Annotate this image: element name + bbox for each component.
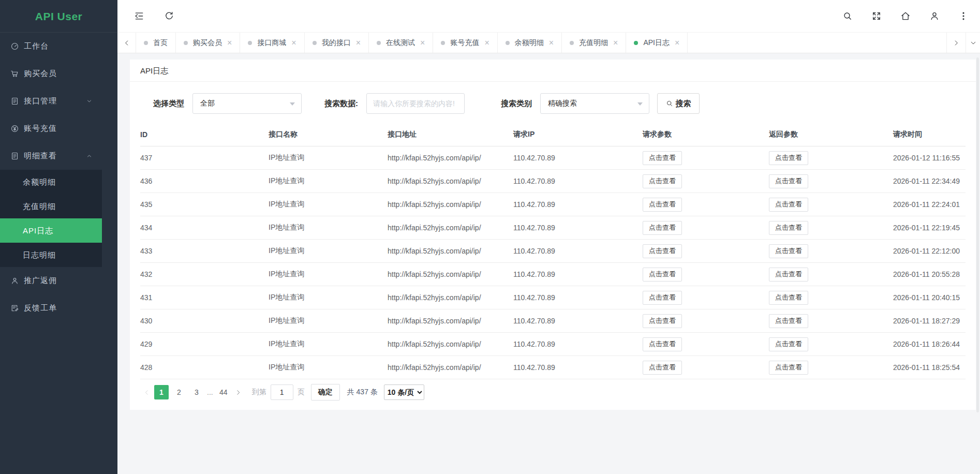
tab-item-8[interactable]: API日志× (626, 33, 688, 53)
view-request-params-button[interactable]: 点击查看 (643, 174, 682, 188)
view-response-params-button[interactable]: 点击查看 (769, 268, 808, 282)
total-count: 共 437 条 (347, 388, 378, 397)
close-icon[interactable]: × (675, 39, 679, 47)
sidebar-subitem-balance-detail[interactable]: 余额明细 (0, 170, 102, 194)
type-select[interactable]: 全部 (192, 93, 302, 114)
close-icon[interactable]: × (227, 39, 232, 47)
tab-scroll-right-icon[interactable] (946, 33, 966, 53)
cell-time: 2026-01-11 22:24:01 (893, 200, 966, 209)
tab-item-5[interactable]: 账号充值× (433, 33, 497, 53)
refresh-icon[interactable] (164, 11, 174, 21)
sidebar-subitem-log-detail[interactable]: 日志明细 (0, 243, 102, 267)
tab-item-1[interactable]: 购买会员× (176, 33, 240, 53)
tab-home[interactable]: 首页 (136, 33, 176, 53)
view-response-params-button[interactable]: 点击查看 (769, 314, 808, 328)
cell-time: 2026-01-11 20:55:28 (893, 270, 966, 278)
filter-bar: 选择类型 全部 搜索数据: 搜索类别 精确搜索 (153, 93, 976, 114)
goto-page-suffix: 页 (298, 388, 305, 397)
search-icon (666, 100, 673, 107)
sidebar-item-api-manage[interactable]: 接口管理 (0, 87, 102, 115)
cell-response-params: 点击查看 (769, 198, 893, 212)
tab-item-2[interactable]: 接口商城× (240, 33, 304, 53)
sidebar-subitem-api-log[interactable]: API日志 (0, 218, 102, 243)
view-response-params-button[interactable]: 点击查看 (769, 151, 808, 165)
close-icon[interactable]: × (613, 39, 618, 47)
app-logo: API User (0, 0, 117, 33)
cell-response-params: 点击查看 (769, 291, 893, 305)
sidebar-item-detail-view[interactable]: 明细查看 (0, 142, 102, 170)
search-input[interactable] (366, 93, 465, 114)
category-select[interactable]: 精确搜索 (540, 93, 649, 114)
tab-scroll-left-icon[interactable] (117, 33, 136, 53)
cell-ip: 110.42.70.89 (513, 154, 643, 162)
page-number-2[interactable]: 2 (172, 385, 186, 399)
view-request-params-button[interactable]: 点击查看 (643, 221, 682, 235)
yuan-icon (10, 124, 19, 133)
view-response-params-button[interactable]: 点击查看 (769, 244, 808, 258)
sidebar-item-account-recharge[interactable]: 账号充值 (0, 115, 102, 142)
sidebar-item-promotion-rebate[interactable]: 推广返佣 (0, 267, 102, 294)
collapse-menu-icon[interactable] (134, 11, 144, 21)
view-response-params-button[interactable]: 点击查看 (769, 221, 808, 235)
tab-item-4[interactable]: 在线测试× (369, 33, 433, 53)
cell-id: 433 (140, 247, 269, 255)
view-request-params-button[interactable]: 点击查看 (643, 268, 682, 282)
table-row: 433IP地址查询http://kfapi.52hyjs.com/api/ip/… (140, 240, 966, 263)
view-response-params-button[interactable]: 点击查看 (769, 174, 808, 188)
page-number-3[interactable]: 3 (189, 385, 204, 399)
cell-time: 2026-01-11 18:27:29 (893, 317, 966, 325)
search-category-label: 搜索类别 (501, 99, 532, 109)
goto-page-input[interactable] (271, 384, 293, 400)
view-response-params-button[interactable]: 点击查看 (769, 337, 808, 351)
page-number-1[interactable]: 1 (154, 385, 169, 399)
tab-label: 购买会员 (193, 38, 222, 48)
tab-item-3[interactable]: 我的接口× (305, 33, 369, 53)
view-request-params-button[interactable]: 点击查看 (643, 361, 682, 375)
tab-status-dot (441, 41, 445, 45)
sidebar-item-workbench[interactable]: 工作台 (0, 33, 102, 60)
per-page-select[interactable]: 10 条/页 (384, 384, 424, 400)
cell-request-params: 点击查看 (643, 244, 769, 258)
view-request-params-button[interactable]: 点击查看 (643, 244, 682, 258)
close-icon[interactable]: × (356, 39, 361, 47)
close-icon[interactable]: × (549, 39, 554, 47)
confirm-button[interactable]: 确定 (311, 384, 340, 401)
type-filter-label: 选择类型 (153, 99, 184, 109)
vertical-scrollbar[interactable] (976, 57, 979, 412)
view-request-params-button[interactable]: 点击查看 (643, 198, 682, 212)
column-header: 接口地址 (388, 130, 513, 139)
view-request-params-button[interactable]: 点击查看 (643, 291, 682, 305)
tab-item-6[interactable]: 余额明细× (498, 33, 562, 53)
page-prev-icon[interactable] (140, 385, 153, 399)
home-icon[interactable] (900, 11, 911, 21)
cell-response-params: 点击查看 (769, 221, 893, 235)
tab-item-7[interactable]: 充值明细× (562, 33, 626, 53)
cell-id: 437 (140, 154, 269, 162)
sidebar-subitem-recharge-detail[interactable]: 充值明细 (0, 194, 102, 218)
feedback-icon (10, 304, 19, 313)
cell-time: 2026-01-11 22:34:49 (893, 177, 966, 185)
cell-id: 432 (140, 270, 269, 278)
page-next-icon[interactable] (232, 385, 245, 399)
sidebar-item-buy-member[interactable]: 购买会员 (0, 60, 102, 87)
view-request-params-button[interactable]: 点击查看 (643, 337, 682, 351)
tab-status-dot (313, 41, 317, 45)
more-vertical-icon[interactable] (958, 11, 969, 21)
sidebar-item-feedback-ticket[interactable]: 反馈工单 (0, 294, 102, 322)
close-icon[interactable]: × (484, 39, 489, 47)
search-button[interactable]: 搜索 (657, 93, 700, 114)
close-icon[interactable]: × (291, 39, 296, 47)
fullscreen-icon[interactable] (871, 11, 882, 21)
view-response-params-button[interactable]: 点击查看 (769, 361, 808, 375)
view-request-params-button[interactable]: 点击查看 (643, 314, 682, 328)
view-response-params-button[interactable]: 点击查看 (769, 291, 808, 305)
view-response-params-button[interactable]: 点击查看 (769, 198, 808, 212)
page-numbers: 123...44 (153, 385, 232, 399)
view-request-params-button[interactable]: 点击查看 (643, 151, 682, 165)
close-icon[interactable]: × (420, 39, 425, 47)
search-icon[interactable] (842, 11, 853, 21)
cell-name: IP地址查询 (269, 316, 388, 325)
user-icon[interactable] (929, 11, 940, 21)
tab-options-chevron-icon[interactable] (966, 33, 980, 53)
page-number-44[interactable]: 44 (216, 385, 231, 399)
